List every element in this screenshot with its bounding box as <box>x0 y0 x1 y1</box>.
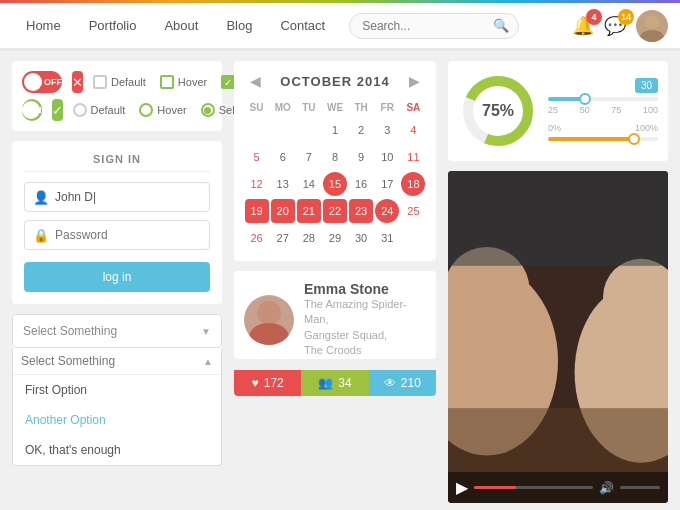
video-progress-bar[interactable] <box>474 486 593 489</box>
login-button[interactable]: log in <box>24 262 210 292</box>
cal-day-20[interactable]: 20 <box>271 199 295 223</box>
opt-default-1[interactable]: Default <box>93 75 146 89</box>
cal-day-29[interactable]: 29 <box>323 226 347 250</box>
cal-day-empty-2 <box>271 118 295 142</box>
password-input[interactable] <box>24 220 210 250</box>
cal-header-tu: TU <box>296 99 321 116</box>
profile-movies: The Amazing Spider-Man,Gangster Squad,Th… <box>304 297 426 359</box>
stat-heart: ♥ 172 <box>234 370 301 396</box>
cal-day-27[interactable]: 27 <box>271 226 295 250</box>
slider1-knob[interactable] <box>579 93 591 105</box>
checkbox-green[interactable]: ✓ <box>52 99 63 121</box>
select-search-input[interactable] <box>21 354 203 368</box>
calendar-box: ◀ OCTOBER 2014 ▶ SU MO TU WE TH FR SA 1 … <box>234 61 436 261</box>
cal-day-25[interactable]: 25 <box>401 199 425 223</box>
cal-day-21[interactable]: 21 <box>297 199 321 223</box>
slider2-track[interactable] <box>548 137 658 141</box>
slider1-labels: 255075100 <box>548 105 658 115</box>
stat-eye-count: 210 <box>401 376 421 390</box>
cal-day-11[interactable]: 11 <box>401 145 425 169</box>
cal-header-th: TH <box>349 99 374 116</box>
chat-button[interactable]: 💬 14 <box>604 15 626 37</box>
cal-day-24[interactable]: 24 <box>375 199 399 223</box>
navbar: Home Portfolio About Blog Contact 🔍 🔔 4 … <box>0 3 680 51</box>
password-wrap: 🔒 <box>24 220 210 250</box>
opt-hover-2[interactable]: Hover <box>139 103 186 117</box>
volume-bar[interactable] <box>620 486 660 489</box>
cal-prev-button[interactable]: ◀ <box>244 71 267 91</box>
cal-day-16[interactable]: 16 <box>349 172 373 196</box>
opt-default-2-label: Default <box>91 104 126 116</box>
avatar[interactable] <box>636 10 668 42</box>
main-content: OFF ✕ Default Hover ✓ Selected <box>0 51 680 510</box>
cal-header-sa: SA <box>401 99 426 116</box>
opt-hover-1-label: Hover <box>178 76 207 88</box>
checkbox-red[interactable]: ✕ <box>72 71 83 93</box>
cal-day-23[interactable]: 23 <box>349 199 373 223</box>
svg-point-2 <box>257 301 281 325</box>
nav-item-contact[interactable]: Contact <box>266 4 339 47</box>
select-search-row: ▲ <box>13 348 221 375</box>
cal-day-26[interactable]: 26 <box>245 226 269 250</box>
cal-day-17[interactable]: 17 <box>375 172 399 196</box>
cal-day-9[interactable]: 9 <box>349 145 373 169</box>
slider1-track[interactable] <box>548 97 658 101</box>
cal-day-5[interactable]: 5 <box>245 145 269 169</box>
opt-hover-2-label: Hover <box>157 104 186 116</box>
cal-day-12[interactable]: 12 <box>245 172 269 196</box>
opt-default-2[interactable]: Default <box>73 103 126 117</box>
cal-day-19[interactable]: 19 <box>245 199 269 223</box>
cal-day-3[interactable]: 3 <box>375 118 399 142</box>
nav-item-portfolio[interactable]: Portfolio <box>75 4 151 47</box>
toggle-on[interactable]: ON <box>22 99 42 121</box>
cal-header-mo: MO <box>270 99 295 116</box>
gauge-section: 75% 30 255075100 <box>448 61 668 161</box>
select-trigger[interactable]: Select Something ▼ <box>12 314 222 348</box>
cal-day-13[interactable]: 13 <box>271 172 295 196</box>
cal-day-8[interactable]: 8 <box>323 145 347 169</box>
toggle-off-label: OFF <box>44 77 62 87</box>
left-panel: OFF ✕ Default Hover ✓ Selected <box>12 61 222 503</box>
donut-label: 75% <box>482 102 514 120</box>
video-controls: ▶ 🔊 <box>448 472 668 503</box>
cal-header-we: WE <box>322 99 347 116</box>
cal-day-6[interactable]: 6 <box>271 145 295 169</box>
username-input[interactable] <box>24 182 210 212</box>
center-panel: ◀ OCTOBER 2014 ▶ SU MO TU WE TH FR SA 1 … <box>234 61 436 503</box>
nav-item-home[interactable]: Home <box>12 4 75 47</box>
cal-day-14[interactable]: 14 <box>297 172 321 196</box>
bell-button[interactable]: 🔔 4 <box>572 15 594 37</box>
select-option-2[interactable]: Another Option <box>13 405 221 435</box>
slider2-knob[interactable] <box>628 133 640 145</box>
play-button[interactable]: ▶ <box>456 478 468 497</box>
cal-day-28[interactable]: 28 <box>297 226 321 250</box>
cal-day-15[interactable]: 15 <box>323 172 347 196</box>
chevron-up-icon: ▲ <box>203 356 213 367</box>
select-option-1[interactable]: First Option <box>13 375 221 405</box>
cal-day-1[interactable]: 1 <box>323 118 347 142</box>
opt-hover-1[interactable]: Hover <box>160 75 207 89</box>
nav-right: 🔔 4 💬 14 <box>572 10 668 42</box>
cal-day-31[interactable]: 31 <box>375 226 399 250</box>
signin-box: SIGN IN 👤 🔒 log in <box>12 141 222 304</box>
cal-day-7[interactable]: 7 <box>297 145 321 169</box>
cal-day-30[interactable]: 30 <box>349 226 373 250</box>
cal-day-4[interactable]: 4 <box>401 118 425 142</box>
profile-stats: ♥ 172 👥 34 👁 210 <box>234 369 436 396</box>
cal-next-button[interactable]: ▶ <box>403 71 426 91</box>
calendar-grid: SU MO TU WE TH FR SA 1 2 3 4 5 6 7 8 <box>244 99 426 251</box>
donut-chart: 75% <box>458 71 538 151</box>
cal-day-18[interactable]: 18 <box>401 172 425 196</box>
nav-item-blog[interactable]: Blog <box>212 4 266 47</box>
stat-people-count: 34 <box>338 376 351 390</box>
cal-day-2[interactable]: 2 <box>349 118 373 142</box>
select-option-3[interactable]: OK, that's enough <box>13 435 221 465</box>
cal-day-22[interactable]: 22 <box>323 199 347 223</box>
cal-day-10[interactable]: 10 <box>375 145 399 169</box>
nav-item-about[interactable]: About <box>150 4 212 47</box>
radio-default-2 <box>73 103 87 117</box>
toggle-off[interactable]: OFF <box>22 71 62 93</box>
radio-hover-2 <box>139 103 153 117</box>
slider2-max: 100% <box>635 123 658 133</box>
volume-icon[interactable]: 🔊 <box>599 481 614 495</box>
